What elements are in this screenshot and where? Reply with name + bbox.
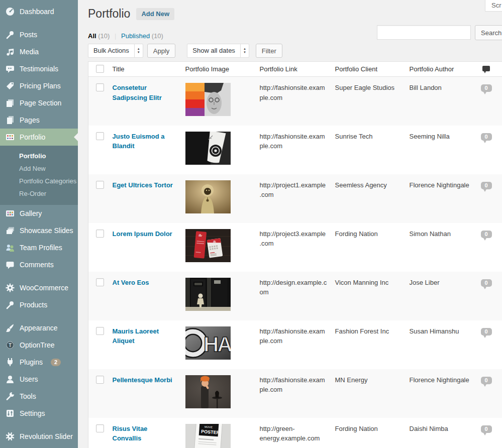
portfolio-link: http://fashionsite.example.com [256, 320, 331, 369]
table-row: Eget Ultrices Tortor http://project1.exa… [88, 174, 502, 223]
comment-count-badge[interactable]: 0 [481, 231, 492, 238]
sidebar-item-showcase-slides[interactable]: Showcase Slides [0, 222, 78, 239]
sidebar-item-revolution-slider[interactable]: Revolution Slider [0, 428, 78, 445]
sidebar-item-appearance[interactable]: Appearance [0, 319, 78, 337]
portfolio-client: Sunrise Tech [331, 126, 406, 174]
pushpin-icon [5, 300, 15, 310]
sidebar-item-pages[interactable]: Pages [0, 111, 78, 129]
dates-filter-select[interactable]: Show all dates ▲▼ [187, 44, 249, 58]
comments-column-icon[interactable] [482, 66, 490, 71]
portfolio-title-link[interactable]: Mauris Laoreet Aliquet [113, 326, 177, 346]
comment-count-badge[interactable]: 0 [481, 182, 492, 189]
sidebar-item-tools[interactable]: Tools [0, 388, 78, 405]
comment-count-badge[interactable]: 0 [481, 425, 492, 433]
portfolio-title-link[interactable]: Lorem Ipsum Dolor [113, 229, 172, 239]
sidebar-item-users[interactable]: Users [0, 371, 78, 388]
sidebar-item-label: Tools [20, 392, 36, 400]
row-checkbox[interactable] [96, 132, 104, 140]
table-row: Pellentesque Morbi http://fashionsite.ex… [88, 369, 502, 418]
sidebar-item-gallery[interactable]: Gallery [0, 205, 78, 222]
row-checkbox[interactable] [96, 278, 104, 286]
plugins-update-badge: 2 [51, 359, 61, 366]
bulk-actions-value: Bulk Actions [88, 44, 134, 57]
comment-count-badge[interactable]: 0 [481, 279, 492, 287]
portfolio-title-link[interactable]: Eget Ultrices Tortor [113, 180, 173, 190]
submenu-item-re-order[interactable]: Re-Order [0, 187, 78, 200]
sidebar-item-posts[interactable]: Posts [0, 26, 78, 43]
filter-button[interactable]: Filter [256, 44, 282, 58]
portfolio-author: Florence Nightingale [406, 174, 476, 223]
sidebar-item-media[interactable]: Media [0, 43, 78, 60]
bulk-actions-select[interactable]: Bulk Actions ▲▼ [88, 44, 143, 58]
sidebar-item-comments[interactable]: Comments [0, 256, 78, 273]
column-author: Portfolio Author [406, 62, 476, 77]
page-header: Portfolio Add New [88, 7, 174, 22]
wrench-icon [5, 391, 15, 401]
add-new-button[interactable]: Add New [136, 8, 174, 20]
portfolio-thumbnail: MOVIEPOSTER [185, 424, 231, 448]
portfolio-title-link[interactable]: Pellentesque Morbi [113, 375, 172, 385]
sidebar-item-label: Dashboard [20, 8, 54, 16]
sidebar-item-portfolio[interactable]: Portfolio [0, 129, 78, 146]
portfolio-title-link[interactable]: Consetetur Sadipscing Elitr [113, 83, 177, 102]
table-row: Mauris Laoreet Aliquet HAN http://fashio… [88, 320, 502, 369]
sidebar-item-page-section[interactable]: Page Section [0, 94, 78, 111]
row-checkbox[interactable] [96, 327, 104, 335]
sidebar-item-optiontree[interactable]: T OptionTree [0, 337, 78, 354]
search-button[interactable]: Search P [475, 25, 502, 40]
portfolio-author: Simon Nathan [406, 223, 476, 272]
table-toolbar: Bulk Actions ▲▼ Apply Show all dates ▲▼ … [88, 44, 282, 58]
comment-count-badge[interactable]: 0 [481, 84, 492, 92]
comment-count-badge[interactable]: 0 [481, 133, 492, 141]
filter-all-link[interactable]: All [88, 32, 96, 40]
sidebar-item-label: Settings [20, 409, 45, 417]
sidebar-item-plugins[interactable]: Plugins 2 [0, 354, 78, 371]
comment-count-badge[interactable]: 0 [481, 377, 492, 384]
table-row: Consetetur Sadipscing Elitr http://fashi… [88, 77, 502, 126]
row-checkbox[interactable] [96, 83, 104, 91]
submenu-item-portfolio[interactable]: Portfolio [0, 150, 78, 162]
pushpin-icon [5, 30, 15, 40]
menu-separator [0, 313, 78, 319]
portfolio-thumbnail [185, 278, 231, 311]
select-arrows-icon: ▲▼ [134, 44, 143, 57]
portfolio-link: http://project3.example.com [256, 223, 331, 272]
portfolio-author: Jose Liber [406, 272, 476, 320]
apply-button[interactable]: Apply [147, 44, 176, 58]
sidebar-item-products[interactable]: Products [0, 296, 78, 313]
sidebar-item-label: Pages [20, 116, 40, 124]
sidebar-item-settings[interactable]: Settings [0, 405, 78, 422]
portfolio-thumbnail: HAN [185, 326, 231, 360]
portfolio-link: http://design.example.com [256, 272, 331, 320]
plug-icon [5, 357, 15, 367]
tag-icon [5, 81, 15, 91]
portfolio-client: MN Energy [331, 369, 406, 418]
row-checkbox[interactable] [96, 424, 104, 432]
row-checkbox[interactable] [96, 376, 104, 384]
row-checkbox[interactable] [96, 230, 104, 238]
sidebar-item-team-profiles[interactable]: Team Profiles [0, 239, 78, 256]
submenu-item-add-new[interactable]: Add New [0, 162, 78, 175]
sidebar-item-testimonials[interactable]: Testimonials [0, 60, 78, 77]
portfolio-title-link[interactable]: At Vero Eos [113, 278, 149, 288]
sidebar-item-label: Products [20, 301, 47, 309]
portfolio-thumbnail [185, 375, 231, 408]
portfolio-client: Seemless Agency [331, 174, 406, 223]
table-row: Lorem Ipsum Dolor ilcilc http://project3… [88, 223, 502, 272]
search-input[interactable] [377, 25, 471, 40]
portfolio-title-link[interactable]: Justo Euismod a Blandit [113, 132, 177, 151]
filter-published-link[interactable]: Published [121, 32, 150, 40]
sidebar-item-label: Showcase Slides [20, 227, 73, 235]
media-icon [5, 47, 15, 57]
sidebar-item-pricing-plans[interactable]: Pricing Plans [0, 77, 78, 94]
sidebar-item-dashboard[interactable]: Dashboard [0, 3, 78, 20]
row-checkbox[interactable] [96, 181, 104, 189]
column-title[interactable]: Title [109, 62, 181, 77]
submenu-item-portfolio-categories[interactable]: Portfolio Categories [0, 175, 78, 187]
sidebar-item-woocommerce[interactable]: WooCommerce [0, 279, 78, 296]
screen-options-tab[interactable]: Scr [485, 0, 502, 12]
gallery-icon [5, 208, 15, 218]
comment-count-badge[interactable]: 0 [481, 328, 492, 335]
select-all-checkbox[interactable] [96, 65, 104, 73]
portfolio-title-link[interactable]: Risus Vitae Convallis [113, 424, 177, 443]
